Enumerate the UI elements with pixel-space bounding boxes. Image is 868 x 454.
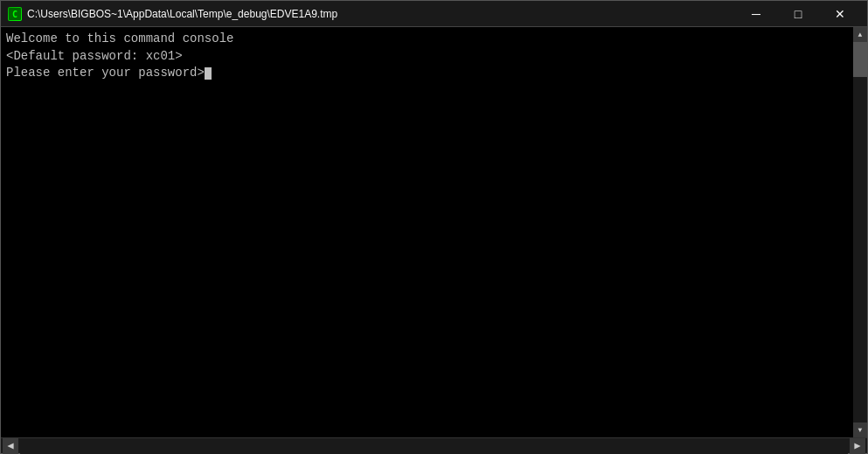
horizontal-scrollbar[interactable]: [20, 438, 848, 454]
console-area[interactable]: Welcome to this command console <Default…: [1, 27, 867, 437]
scroll-left-arrow[interactable]: [3, 438, 18, 454]
window: C C:\Users\BIGBOS~1\AppData\Local\Temp\e…: [0, 0, 868, 454]
scroll-right-arrow[interactable]: [850, 438, 865, 454]
title-bar-left: C C:\Users\BIGBOS~1\AppData\Local\Temp\e…: [8, 7, 337, 21]
console-line-3-text: Please enter your password>: [6, 65, 205, 82]
vertical-scrollbar[interactable]: ▲ ▼: [853, 27, 867, 437]
svg-marker-2: [7, 443, 13, 449]
scroll-track[interactable]: [853, 42, 867, 423]
window-title: C:\Users\BIGBOS~1\AppData\Local\Temp\e_d…: [27, 8, 337, 20]
app-icon: C: [8, 7, 22, 21]
scroll-up-arrow[interactable]: ▲: [853, 27, 867, 42]
console-line-3: Please enter your password>: [6, 65, 848, 82]
minimize-button[interactable]: ─: [736, 1, 776, 27]
cursor-blink: [205, 67, 212, 80]
title-bar: C C:\Users\BIGBOS~1\AppData\Local\Temp\e…: [1, 1, 867, 27]
svg-text:C: C: [12, 10, 17, 19]
console-line-1: Welcome to this command console: [6, 31, 848, 48]
scroll-down-arrow[interactable]: ▼: [853, 423, 867, 437]
window-controls: ─ □ ✕: [736, 1, 860, 27]
console-line-2: <Default password: xc01>: [6, 48, 848, 66]
console-content[interactable]: Welcome to this command console <Default…: [1, 27, 853, 437]
maximize-button[interactable]: □: [778, 1, 818, 27]
scroll-thumb[interactable]: [853, 42, 867, 77]
svg-marker-3: [854, 443, 860, 449]
bottom-bar: [1, 437, 867, 453]
close-button[interactable]: ✕: [820, 1, 860, 27]
